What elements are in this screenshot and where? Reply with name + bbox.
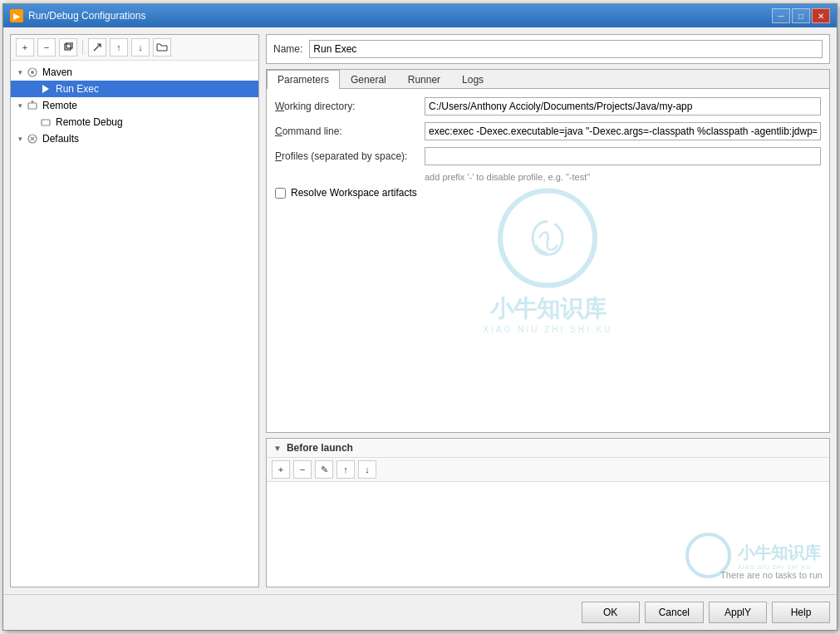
folder-button[interactable] (153, 38, 171, 57)
resolve-workspace-label: Resolve WResolve Workspace artifactsorks… (291, 187, 417, 199)
share-icon (92, 42, 102, 52)
tree-item-remote[interactable]: ▾ Remote (11, 97, 258, 114)
remote-label: Remote (42, 100, 77, 111)
title-bar-controls: ─ □ ✕ (772, 8, 830, 23)
svg-rect-0 (65, 44, 71, 50)
right-panel: Name: Parameters General Runner Logs Wor… (266, 34, 830, 587)
tab-logs[interactable]: Logs (451, 70, 494, 89)
svg-rect-5 (28, 103, 37, 109)
name-label: Name: (273, 43, 302, 55)
minimize-button[interactable]: ─ (772, 8, 790, 23)
svg-marker-4 (42, 85, 49, 93)
title-bar: ▶ Run/Debug Configurations ─ □ ✕ (3, 4, 837, 27)
svg-rect-1 (66, 42, 72, 48)
cancel-button[interactable]: Cancel (645, 602, 704, 623)
profiles-input[interactable] (425, 147, 821, 165)
watermark-text-sub-small: XIAO NIU ZHI SHI KU (738, 564, 821, 570)
window-icon: ▶ (10, 9, 23, 22)
tab-general[interactable]: General (340, 70, 397, 89)
name-input[interactable] (309, 40, 823, 58)
folder-icon (156, 42, 168, 52)
before-launch-section: ▼ Before launch + − ✎ ↑ ↓ 小牛知识库 (266, 438, 830, 587)
window-title: Run/Debug Configurations (28, 10, 145, 22)
run-debug-configurations-window: ▶ Run/Debug Configurations ─ □ ✕ + − ↑ (2, 3, 838, 631)
defaults-toggle: ▾ (14, 133, 26, 145)
maven-label: Maven (42, 66, 72, 78)
tabs-bar: Parameters General Runner Logs (267, 70, 829, 89)
no-tasks-text: There are no tasks to run (720, 570, 823, 580)
remove-config-button[interactable]: − (37, 38, 56, 57)
run-exec-icon (39, 82, 52, 96)
watermark-text-main: 小牛知识库 (490, 292, 607, 324)
move-up-button[interactable]: ↑ (110, 38, 128, 57)
working-directory-label: Working directory: (275, 101, 425, 112)
before-launch-up-button[interactable]: ↑ (336, 460, 355, 479)
resolve-checkbox-row: Resolve WResolve Workspace artifactsorks… (275, 187, 821, 199)
maven-toggle: ▾ (14, 66, 26, 78)
tab-runner[interactable]: Runner (397, 70, 451, 89)
svg-rect-7 (42, 120, 50, 125)
close-button[interactable]: ✕ (812, 8, 830, 23)
copy-icon (63, 42, 73, 52)
profiles-label: Profiles (separated by space): (275, 150, 425, 162)
maven-icon (26, 66, 39, 79)
svg-point-3 (31, 71, 34, 74)
defaults-label: Defaults (42, 133, 79, 145)
collapse-arrow-icon: ▼ (273, 444, 282, 453)
add-config-button[interactable]: + (16, 38, 34, 57)
command-line-row: Command line: (275, 122, 821, 140)
tree-item-defaults[interactable]: ▾ Defaults (11, 130, 258, 147)
watermark-overlay: 小牛知识库 XIAO NIU ZHI SHI KU (484, 188, 613, 333)
remote-debug-label: Remote Debug (56, 116, 123, 128)
apply-button[interactable]: ApplY (709, 602, 767, 623)
tab-content-parameters: Working directory: Command line: (267, 89, 829, 432)
remote-debug-toggle (27, 116, 39, 128)
left-panel: + − ↑ ↓ ▾ (10, 34, 259, 587)
share-config-button[interactable] (88, 38, 106, 57)
resolve-workspace-checkbox[interactable] (275, 188, 286, 199)
tree-item-run-exec[interactable]: Run Exec (11, 81, 258, 97)
watermark-text-main-small: 小牛知识库 (738, 542, 821, 564)
watermark-text-sub: XIAO NIU ZHI SHI KU (484, 324, 613, 333)
before-launch-remove-button[interactable]: − (293, 460, 312, 479)
move-down-button[interactable]: ↓ (131, 38, 150, 57)
watermark-circle (499, 188, 598, 288)
watermark-svg (523, 213, 573, 263)
before-launch-add-button[interactable]: + (272, 460, 290, 479)
run-exec-toggle (27, 83, 39, 95)
before-launch-content: 小牛知识库 XIAO NIU ZHI SHI KU There are no t… (267, 482, 829, 587)
config-area: Parameters General Runner Logs Working d… (266, 69, 830, 433)
working-directory-row: Working directory: (275, 97, 821, 115)
tree-container: ▾ Maven Run Exec ▾ (11, 61, 258, 587)
command-line-label: Command line: (275, 125, 425, 137)
toolbar-separator (82, 40, 83, 55)
bottom-buttons-bar: OK Cancel ApplY Help (3, 594, 837, 630)
before-launch-edit-button[interactable]: ✎ (315, 460, 333, 479)
help-button[interactable]: Help (772, 602, 830, 623)
before-launch-down-button[interactable]: ↓ (358, 460, 376, 479)
working-directory-input[interactable] (425, 97, 821, 115)
tab-parameters[interactable]: Parameters (267, 70, 340, 89)
ok-button[interactable]: OK (582, 602, 640, 623)
maximize-button[interactable]: □ (792, 8, 810, 23)
tree-item-maven[interactable]: ▾ Maven (11, 64, 258, 81)
before-launch-label: Before launch (287, 442, 353, 454)
before-launch-header: ▼ Before launch (267, 439, 829, 458)
main-content: + − ↑ ↓ ▾ (3, 27, 837, 594)
svg-point-6 (32, 101, 34, 103)
remote-icon (26, 99, 39, 112)
name-row: Name: (266, 34, 830, 64)
profiles-row: Profiles (separated by space): (275, 147, 821, 165)
remote-toggle: ▾ (14, 100, 26, 111)
profiles-hint: add prefix '-' to disable profile, e.g. … (275, 172, 821, 182)
watermark-text-right: 小牛知识库 XIAO NIU ZHI SHI KU (738, 542, 821, 570)
left-toolbar: + − ↑ ↓ (11, 35, 258, 61)
before-launch-toolbar: + − ✎ ↑ ↓ (267, 458, 829, 482)
title-bar-left: ▶ Run/Debug Configurations (10, 9, 145, 22)
tree-item-remote-debug[interactable]: Remote Debug (11, 114, 258, 130)
copy-config-button[interactable] (59, 38, 77, 57)
watermark-inner (519, 209, 577, 267)
remote-debug-icon (39, 115, 52, 129)
defaults-icon (26, 132, 39, 145)
command-line-input[interactable] (425, 122, 821, 140)
